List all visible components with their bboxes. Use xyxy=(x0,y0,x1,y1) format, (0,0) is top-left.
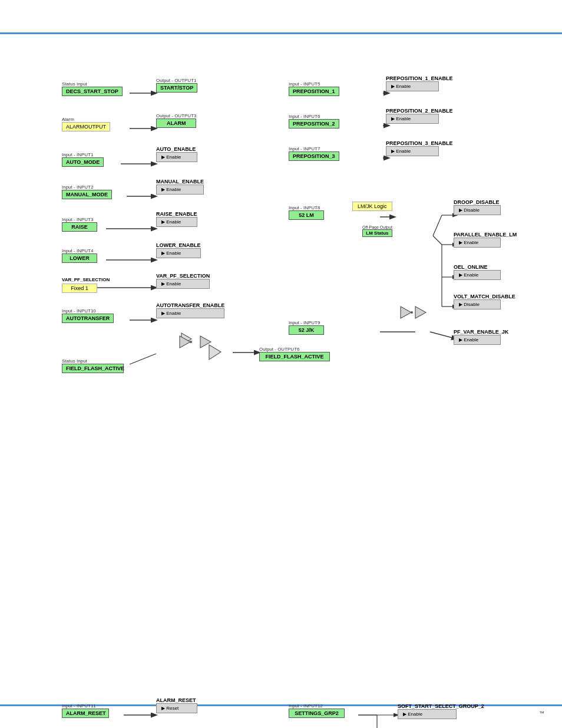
input5-block: Input - INPUT5 PREPOSITION_1 xyxy=(289,81,339,96)
raise-enable-arrow xyxy=(161,219,166,225)
lm-jk-logic-box: LM/JK Logic xyxy=(352,202,392,211)
decs-start-stop-box: DECS_START_STOP xyxy=(62,87,123,96)
svg-marker-26 xyxy=(401,307,411,318)
section1: Status Input DECS_START_STOP Output - OU… xyxy=(29,41,542,348)
alarm-box: ALARMOUTPUT xyxy=(62,122,110,131)
droop-disable-block: DROOP_DISABLE Disable xyxy=(454,199,501,215)
auto-enable-arrow xyxy=(161,154,166,160)
input8-block: Input - INPUT8 52 LM xyxy=(289,205,324,220)
input12-block: Input - INPUT12 SETTINGS_GRP2 xyxy=(289,703,345,718)
volt-match-disable-arrow xyxy=(459,302,464,307)
input4-block: Input - INPUT4 LOWER xyxy=(62,248,97,263)
prepos1-enable-arrow xyxy=(391,84,396,89)
alarm-label: Alarm ALARMOUTPUT xyxy=(62,117,110,131)
oel-online-block: OEL_ONLINE Enable xyxy=(454,264,501,280)
manual-mode-box: MANUAL_MODE xyxy=(62,190,112,199)
prepos3-enable-arrow xyxy=(391,149,396,154)
pf-var-enable-jk-arrow xyxy=(459,337,464,342)
auto-enable-block: AUTO_ENABLE Enable xyxy=(156,146,197,162)
prepos3-enable-block: PREPOSITION_3_ENABLE Enable xyxy=(386,140,453,156)
output1-box: START/STOP xyxy=(156,83,197,93)
svg-point-27 xyxy=(411,311,413,314)
volt-match-disable-block: VOLT_MATCH_DISABLE Disable xyxy=(454,294,515,309)
prepos2-enable-arrow xyxy=(391,116,396,121)
input2-block: Input - INPUT2 MANUAL_MODE xyxy=(62,185,112,199)
lower-enable-block: LOWER_ENABLE Enable xyxy=(156,242,201,258)
var-pf-block: VAR_PF_SELECTION Fixed 1 xyxy=(62,277,110,293)
var-pf-enable-block: VAR_PF_SELECTION Enable xyxy=(156,273,210,289)
tm-label: ™ xyxy=(539,710,544,716)
output3-box: ALARM xyxy=(156,118,196,128)
soft-start-grp2-block: SOFT_START_SELECT_GROUP_2 Enable xyxy=(398,703,484,719)
output3-block: Output - OUTPUT3 ALARM xyxy=(156,113,196,128)
pf-var-enable-jk-block: PF_VAR_ENABLE_JK Enable xyxy=(454,329,508,345)
section2: Input - INPUT11 ALARM_RESET ALARM_RESET … xyxy=(29,690,542,728)
gate-svg-1 xyxy=(401,307,448,342)
input9-block: Input - INPUT9 52 J/K xyxy=(289,320,324,335)
oel-online-arrow xyxy=(459,272,464,278)
input11-block: Input - INPUT11 ALARM_RESET xyxy=(62,703,109,718)
gate-svg-2 xyxy=(180,336,250,371)
autotransfer-enable-arrow xyxy=(161,311,166,316)
autotransfer-enable-block: AUTOTRANSFER_ENABLE Enable xyxy=(156,302,224,318)
output1-block: Output - OUTPUT1 START/STOP xyxy=(156,78,197,93)
auto-mode-box: AUTO_MODE xyxy=(62,157,104,167)
lower-box: LOWER xyxy=(62,253,97,263)
svg-marker-31 xyxy=(200,336,211,348)
svg-line-12 xyxy=(433,215,442,236)
svg-marker-28 xyxy=(415,307,426,318)
soft-start-grp2-arrow xyxy=(403,711,408,717)
raise-box: RAISE xyxy=(62,222,97,232)
prepos2-enable-block: PREPOSITION_2_ENABLE Enable xyxy=(386,108,453,124)
droop-disable-arrow xyxy=(459,207,464,213)
field-flash-status-block: Status Input FIELD_FLASH_ACTIVE xyxy=(62,358,124,373)
alarm-reset-func-block: ALARM_RESET Reset xyxy=(156,697,197,713)
input7-block: Input - INPUT7 PREPOSITION_3 xyxy=(289,146,339,161)
svg-line-23 xyxy=(130,354,156,364)
input10-block: Input - INPUT10 AUTOTRANSFER xyxy=(62,308,114,323)
input1-block: Input - INPUT1 AUTO_MODE xyxy=(62,152,104,167)
autotransfer-box: AUTOTRANSFER xyxy=(62,314,114,323)
svg-point-30 xyxy=(190,341,192,343)
parallel-enable-lm-block: PARALLEL_ENABLE_LM Enable xyxy=(454,232,517,248)
manual-enable-block: MANUAL_ENABLE Enable xyxy=(156,179,204,195)
lm-status-block: Off-Page Output LM Status xyxy=(362,225,392,237)
output6-block: Output - OUTPUT6 FIELD_FLASH_ACTIVE xyxy=(259,347,330,361)
diagram-container: Status Input DECS_START_STOP Output - OU… xyxy=(29,41,542,728)
svg-line-14 xyxy=(433,236,442,245)
parallel-enable-lm-arrow xyxy=(459,240,464,245)
prepos1-enable-block: PREPOSITION_1_ENABLE Enable xyxy=(386,75,453,91)
input3-block: Input - INPUT3 RAISE xyxy=(62,217,97,232)
manual-enable-arrow xyxy=(161,187,166,192)
lower-enable-arrow xyxy=(161,251,166,256)
input6-block: Input - INPUT6 PREPOSITION_2 xyxy=(289,114,339,129)
status-input-label-1: Status Input DECS_START_STOP xyxy=(62,81,123,96)
top-border xyxy=(0,32,562,34)
alarm-reset-arrow xyxy=(161,706,166,711)
svg-marker-29 xyxy=(180,336,190,348)
var-pf-enable-arrow xyxy=(161,281,166,286)
raise-enable-block: RAISE_ENABLE Enable xyxy=(156,211,197,227)
